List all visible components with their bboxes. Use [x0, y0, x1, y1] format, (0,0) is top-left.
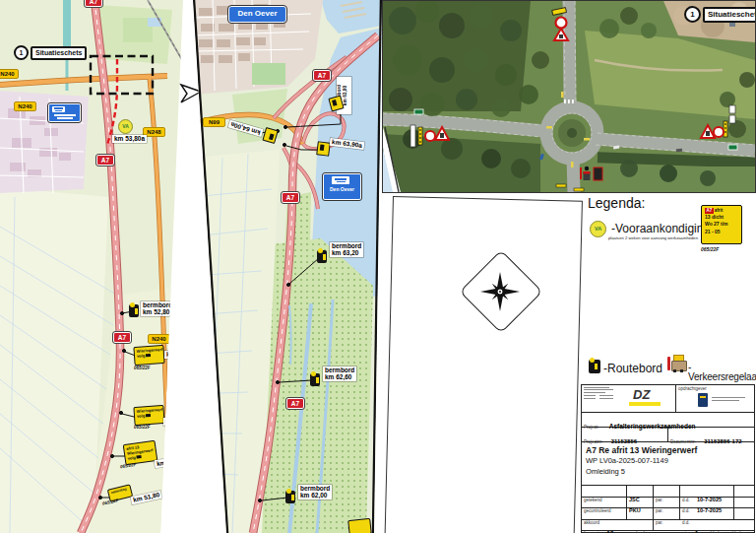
company-logo: DZ — [633, 388, 650, 401]
blue-route-sign — [48, 103, 81, 122]
n240-shield: N240 — [14, 101, 36, 111]
aerial-photo: 1 Situatieschets — [382, 0, 756, 193]
a7-shield: A7 — [113, 332, 131, 343]
junction-sign-number-box — [332, 176, 349, 184]
bermbord-line1: bermbord — [325, 366, 354, 373]
mini-shield-chip — [146, 354, 151, 357]
sign-line: volg — [137, 413, 146, 419]
ref-label: Situatieschets — [31, 46, 87, 60]
logo-underline — [629, 402, 661, 406]
a7-shield: A7 — [286, 398, 304, 409]
sample-sign-line: 21 - 05 — [705, 229, 738, 236]
detour-sign-2: Wieringerwerf volg — [133, 405, 164, 426]
sign-code: 065/22F — [134, 366, 151, 371]
n240-shield: N240 — [148, 334, 170, 344]
legend-sample-sign: A7 afrit 13 dicht Wo 27 t/m 21 - 05 — [701, 205, 742, 244]
a7-shield: A7 — [282, 192, 299, 203]
junction-sign-den-oever: Den Oever — [323, 173, 361, 200]
project-row: Project: Asfalteringswerkzaamheden — [582, 413, 754, 428]
sample-sign-line: 13 dicht — [705, 214, 738, 222]
numbers-row: Projectnr: 31153856 Documentnr: 31153856… — [582, 428, 754, 442]
title-line-3: Omleiding 5 — [586, 467, 750, 478]
titleblock-header: DZ opdrachtgever — [582, 385, 754, 413]
routebord-icon — [285, 491, 295, 503]
sign-line: volg — [137, 353, 146, 359]
km-label: km 64,00a — [228, 120, 264, 137]
vooraankondiging-subtext: plaatsen 2 weken voor aanvang werkzaamhe… — [608, 236, 698, 240]
km-label: km 52,20 — [163, 418, 194, 426]
town-sign-den-oever: Den Oever — [228, 6, 286, 23]
sample-sign-line: Wo 27 t/m — [705, 221, 738, 229]
n240-shield: N240 — [0, 69, 19, 79]
vooraankondiging-icon: VA — [590, 221, 606, 237]
formaat-row: formaat A3 schaal nvt in 1 bladen blad n… — [582, 520, 754, 532]
left-overview-map: A7 1 Situatieschets N240 N240 N248 VA km… — [0, 0, 185, 533]
vooraankondiging-label: -Vooraankondiging — [611, 223, 710, 234]
sample-sign-line: afrit — [715, 208, 724, 214]
detail-map: Den Oever A7 N99 km 64,00a bermbord km 6… — [193, 0, 382, 533]
vooraankondiging-marker: VA — [118, 119, 133, 134]
routebord-icon — [129, 304, 139, 317]
client-logo — [698, 393, 708, 407]
title-block: DZ opdrachtgever Project: Asfalteringswe… — [581, 384, 755, 533]
bermbord-line2: km 63,90 — [343, 77, 348, 114]
mini-shield-chip — [146, 414, 151, 417]
bermbord-label: bermbord km 52,80 — [141, 301, 174, 316]
routebord-label: -Routebord — [603, 363, 662, 374]
routebord-icon — [317, 250, 327, 263]
signoff-row-getekend: getekend JSC par. d.d. 10-7-2025 — [582, 486, 754, 498]
aerial-art — [383, 1, 755, 192]
detail-map-art — [193, 0, 382, 533]
verkeersregelaar-icon — [667, 355, 687, 372]
sign-code: 065/22F — [134, 426, 151, 431]
a7-shield: A7 — [85, 0, 102, 7]
verkeersregelaar-label: -Verkeersregelaar — [688, 363, 756, 382]
bermbord-line2: km 62,00 — [300, 492, 330, 499]
compass-rose-icon — [480, 272, 520, 311]
opdrachtgever-label: opdrachtgever — [678, 387, 752, 392]
bermbord-label: bermbord km 62,00 — [298, 485, 332, 500]
a7-shield: A7 — [96, 155, 114, 166]
sample-sign-road: A7 — [705, 208, 714, 214]
map-ref-situatieschets: 1 Situatieschets — [684, 6, 756, 23]
bermbord-line2: km 63,20 — [332, 249, 361, 256]
drawing-title: A7 Re afrit 13 Wieringerwerf WP LV0a-202… — [582, 442, 754, 486]
km-label: km 52,70 — [164, 351, 195, 359]
traffic-plan-sheet: A7 1 Situatieschets N240 N240 N248 VA km… — [0, 0, 756, 533]
legend-title: Legenda: — [588, 196, 645, 210]
client-block: opdrachtgever — [676, 385, 754, 412]
detour-sign-1: Wieringerwerf volg — [133, 345, 164, 366]
map-ref-situatieschets: 1 Situatieschets — [14, 45, 87, 60]
ref-number: 1 — [684, 6, 701, 23]
company-block: DZ — [582, 385, 676, 412]
ref-number: 1 — [14, 45, 29, 60]
signoff-row-gecontroleerd: gecontroleerd PKU par. d.d. 10-7-2025 — [582, 498, 754, 509]
detour-sign-cut — [347, 518, 372, 533]
sign-line: omleiding — [110, 487, 129, 496]
mini-sign-icon — [316, 141, 331, 156]
bermbord-line2: km 62,60 — [325, 373, 354, 380]
route-sign-inner-panel — [52, 106, 65, 112]
routebord-icon — [310, 373, 320, 386]
title-line-2: WP LV0a-2025-007-1149 — [586, 456, 750, 467]
sign-line: volg — [127, 455, 136, 461]
title-line-1: A7 Re afrit 13 Wieringerwerf — [586, 445, 750, 456]
a7-shield: A7 — [313, 70, 331, 81]
bermbord-line1: bermbord — [300, 485, 330, 492]
bermbord-line2: km 52,80 — [143, 308, 172, 315]
bermbord-line1: bermbord — [332, 242, 361, 249]
ref-label: Situatieschets — [703, 7, 756, 23]
plan-area-hatched — [385, 196, 583, 533]
junction-sign-name: Den Oever — [324, 187, 360, 192]
bermbord-label: bermbord km 62,60 — [323, 366, 356, 381]
bermbord-label: bermbord km 63,20 — [330, 242, 363, 257]
bermbord-line1: bermbord — [143, 301, 172, 308]
routebord-icon — [589, 360, 600, 373]
signoff-row-akkoord: akkoord par. d.d. — [582, 508, 754, 520]
km-label: km 53,80a — [112, 135, 147, 143]
mini-shield-chip — [137, 455, 142, 459]
sample-sign-code: 065/22F — [701, 247, 719, 252]
left-map-art — [0, 0, 185, 533]
